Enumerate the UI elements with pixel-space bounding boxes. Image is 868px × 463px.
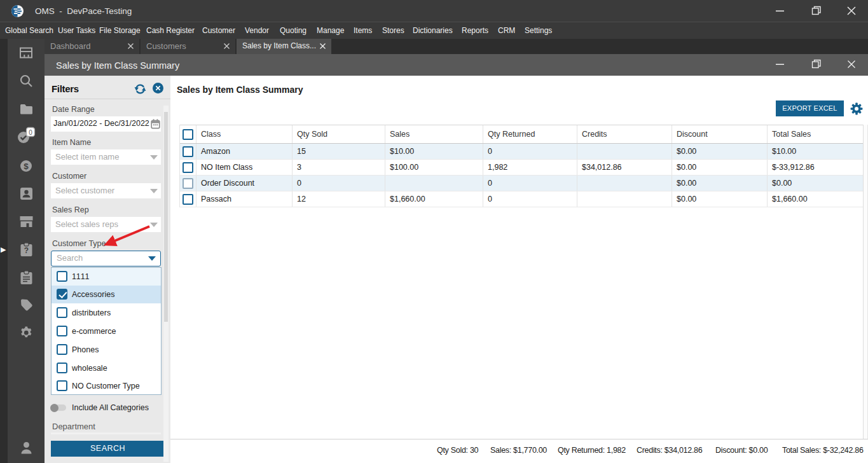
svg-text:$: $ [24,162,29,171]
svg-text:?: ? [24,246,29,255]
svg-text:0: 0 [29,129,32,136]
